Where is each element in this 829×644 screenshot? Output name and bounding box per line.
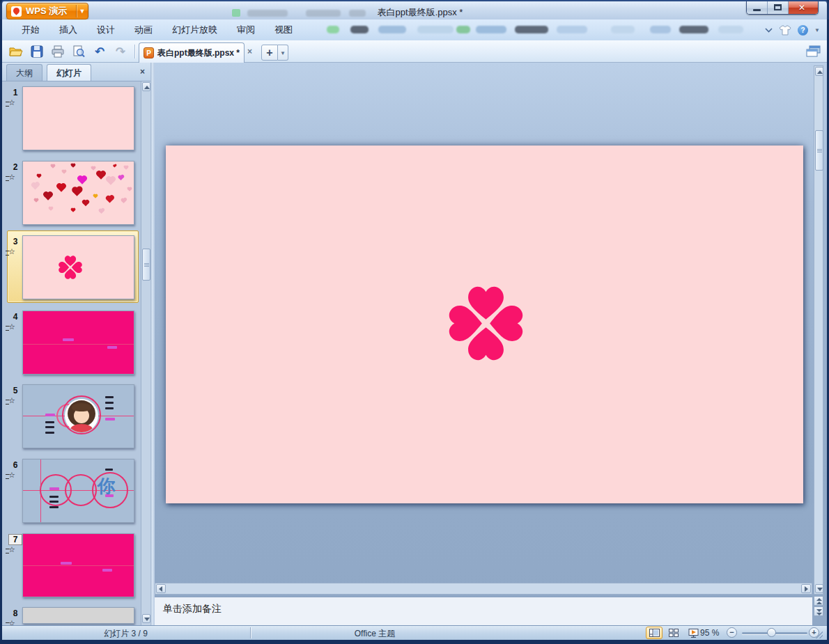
print-button[interactable]: [49, 43, 66, 60]
maximize-button[interactable]: [768, 1, 789, 15]
thumbnail-slide-8[interactable]: 8 ☆: [2, 607, 141, 625]
menu-tab-review[interactable]: 审阅: [227, 19, 265, 40]
thumbnail-list: 1 ☆ 2 ☆ 3 ☆: [2, 81, 141, 625]
redacted-slide-text: [107, 346, 117, 349]
collapse-ribbon-chevron-icon[interactable]: [765, 28, 773, 33]
undo-button[interactable]: ↶: [91, 43, 108, 60]
notes-placeholder: 单击添加备注: [163, 603, 222, 614]
scroll-down-button[interactable]: [142, 614, 150, 623]
current-slide-canvas[interactable]: [166, 146, 803, 503]
vertical-scrollbar[interactable]: [814, 65, 823, 595]
zoom-out-button[interactable]: −: [727, 627, 737, 638]
scroll-down-button[interactable]: [815, 584, 823, 593]
slide-number: 6: [9, 460, 22, 470]
animation-indicator-icon: ☆: [8, 619, 15, 625]
window-controls: ✕: [746, 1, 819, 15]
zoom-slider-handle[interactable]: [767, 628, 776, 637]
thumbnail-slide-4[interactable]: 4 ☆: [2, 311, 141, 380]
skin-tshirt-icon[interactable]: [779, 25, 791, 36]
thumbnail-slide-1[interactable]: 1 ☆: [2, 86, 141, 156]
document-tab-close-icon[interactable]: ×: [247, 47, 252, 56]
menu-tab-insert[interactable]: 插入: [49, 19, 87, 40]
redacted-slide-text: [102, 569, 112, 572]
slide-5-preview[interactable]: [22, 384, 134, 448]
double-arrow-up-icon: [816, 598, 822, 601]
open-file-button[interactable]: [8, 43, 24, 60]
minimize-button[interactable]: [747, 1, 768, 15]
slide-8-preview[interactable]: [22, 607, 134, 624]
thumbnail-slide-2[interactable]: 2 ☆: [2, 161, 141, 230]
slide-4-preview[interactable]: [22, 311, 134, 375]
title-bar: WPS 演示 ▼ 表白ppt最终版.ppsx * ✕: [0, 0, 829, 19]
resize-grip[interactable]: [816, 631, 823, 638]
document-tab[interactable]: P 表白ppt最终版.ppsx *: [139, 42, 245, 63]
thumbnail-slide-6[interactable]: 6 ☆ 你: [2, 459, 141, 528]
slide-6-preview[interactable]: 你: [22, 459, 134, 523]
redacted-slide-text: [45, 432, 54, 434]
scroll-up-button[interactable]: [815, 67, 823, 76]
panel-close-icon[interactable]: ×: [140, 67, 145, 77]
slide-sorter-view-button[interactable]: [665, 627, 682, 639]
titlebar-status-icon: [232, 9, 240, 17]
redacted-slide-text: [49, 506, 59, 508]
redo-button[interactable]: ↷: [112, 43, 129, 60]
wps-menu-caret-icon[interactable]: ▼: [77, 8, 88, 15]
scroll-left-button[interactable]: [156, 584, 166, 593]
horizontal-scrollbar[interactable]: [155, 583, 812, 595]
heart-clover-shape[interactable]: [447, 284, 525, 363]
heart-shape: [51, 165, 55, 169]
slide-panel: 大纲 幻灯片 × 1 ☆ 2 ☆ 3 ☆: [2, 63, 150, 625]
scroll-right-button[interactable]: [801, 584, 811, 593]
scrollbar-thumb[interactable]: [142, 249, 150, 281]
new-document-caret-icon[interactable]: ▼: [278, 45, 288, 61]
slide-3-preview[interactable]: [22, 235, 134, 299]
slide-number: 2: [9, 162, 22, 172]
thumbnail-slide-3[interactable]: 3 ☆: [2, 235, 141, 305]
tab-slides[interactable]: 幻灯片: [47, 64, 91, 81]
redacted-menu-item: [515, 26, 548, 33]
arrange-windows-button[interactable]: [806, 45, 821, 57]
heart-shape: [35, 198, 39, 203]
wps-app-menu-button[interactable]: WPS 演示 ▼: [6, 3, 88, 19]
menu-tab-design[interactable]: 设计: [87, 19, 125, 40]
scrollbar-grip: [817, 149, 822, 150]
normal-view-button[interactable]: [646, 627, 663, 639]
heart-shape: [83, 200, 88, 205]
printer-icon: [51, 45, 65, 58]
thumbnail-slide-7[interactable]: 7 ☆: [2, 533, 141, 603]
animation-indicator-icon: ☆: [8, 545, 15, 554]
menu-tab-animation[interactable]: 动画: [125, 19, 162, 40]
close-button[interactable]: ✕: [789, 1, 818, 15]
decorative-line: [22, 565, 134, 566]
slideshow-view-button[interactable]: [685, 627, 702, 639]
tab-outline[interactable]: 大纲: [6, 64, 42, 81]
arrow-down-icon: [144, 618, 150, 621]
help-icon[interactable]: ?: [798, 25, 808, 36]
double-arrow-down-icon: [816, 613, 822, 615]
menu-tab-slideshow[interactable]: 幻灯片放映: [162, 19, 227, 40]
menu-tab-home[interactable]: 开始: [12, 19, 49, 40]
save-button[interactable]: [29, 43, 45, 60]
slide-7-preview[interactable]: [22, 533, 134, 597]
menu-tab-view[interactable]: 视图: [265, 19, 302, 40]
scroll-up-button[interactable]: [142, 82, 150, 91]
slide-2-preview[interactable]: [22, 161, 134, 225]
animation-indicator-icon: ☆: [8, 247, 15, 256]
next-slide-button[interactable]: [814, 606, 823, 616]
slide-1-preview[interactable]: [22, 86, 134, 150]
new-document-button[interactable]: +: [261, 45, 278, 61]
scrollbar-thumb[interactable]: [815, 130, 823, 171]
heart-shape: [124, 166, 128, 170]
arrow-right-icon: [805, 586, 808, 592]
heart-shape: [118, 175, 123, 180]
arrow-up-icon: [144, 86, 150, 89]
thumbnail-scrollbar[interactable]: [141, 81, 150, 625]
print-preview-button[interactable]: [70, 43, 87, 60]
redacted-slide-text: [105, 396, 114, 398]
heart-shape: [72, 187, 82, 196]
previous-slide-button[interactable]: [814, 596, 823, 606]
notes-area[interactable]: 单击添加备注: [155, 596, 812, 625]
thumbnail-slide-5[interactable]: 5 ☆: [2, 384, 141, 454]
help-caret-icon[interactable]: ▼: [814, 27, 820, 33]
heart-shape: [91, 166, 95, 171]
